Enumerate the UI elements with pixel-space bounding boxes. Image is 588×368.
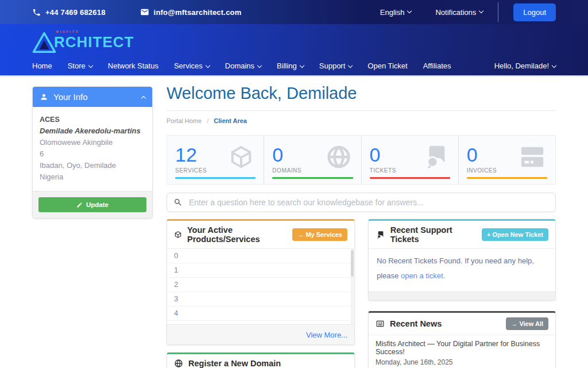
- client-name: Demilade Akeredolu-martins: [40, 125, 145, 137]
- phone-number: +44 7469 682618: [45, 8, 106, 17]
- tickets-panel-title: Recent Support Tickets: [390, 225, 482, 244]
- news-date: Monday, June 16th, 2025: [376, 358, 548, 366]
- stat-invoices[interactable]: 0 INVOICES: [458, 136, 555, 184]
- chevron-down-icon: [257, 63, 262, 67]
- view-more-link[interactable]: View More...: [306, 331, 347, 339]
- product-list-item[interactable]: 0: [167, 249, 354, 263]
- tickets-empty-message: No Recent Tickets Found. If you need any…: [369, 249, 555, 292]
- chevron-down-icon: [206, 63, 210, 67]
- nav-item-support[interactable]: Support: [319, 62, 353, 70]
- nav-item-open-ticket[interactable]: Open Ticket: [368, 62, 407, 70]
- product-list-item[interactable]: 1: [167, 263, 354, 278]
- client-address-line: Ibadan, Oyo, Demilade: [40, 160, 145, 171]
- divider: [498, 2, 498, 22]
- main-header: MISFITS RCHITECT Home Store Network Stat…: [0, 24, 588, 76]
- list-scrollbar[interactable]: [351, 249, 354, 324]
- globe-icon: [326, 144, 352, 170]
- breadcrumb-portal-home[interactable]: Portal Home: [167, 117, 202, 124]
- services-accent-bar: [175, 177, 256, 179]
- credit-card-icon: [519, 144, 546, 170]
- phone-contact[interactable]: +44 7469 682618: [32, 8, 106, 17]
- your-info-header[interactable]: Your Info: [33, 87, 152, 107]
- update-button[interactable]: Update: [38, 197, 146, 212]
- notifications-label: Notifications: [435, 8, 476, 17]
- news-panel-title: Recent News: [390, 319, 442, 328]
- client-address-line: Olomowewe Akingbile: [40, 137, 145, 148]
- news-panel: Recent News → View All Misfits Architect…: [368, 311, 556, 368]
- main-column: Welcome Back, Demilade Portal Home / Cli…: [167, 84, 556, 368]
- stat-tickets[interactable]: 0 TICKETS: [361, 136, 458, 184]
- product-list-item[interactable]: 3: [167, 292, 354, 306]
- products-list: 0 1 2 3 4 5: [167, 249, 354, 324]
- newspaper-icon: [376, 320, 385, 328]
- cube-icon: [174, 230, 182, 239]
- pencil-icon: [76, 202, 83, 208]
- chat-icon: [376, 231, 385, 239]
- email-contact[interactable]: info@mftsarchitect.com: [140, 7, 242, 17]
- product-list-item[interactable]: 5: [167, 321, 354, 324]
- nav-item-store[interactable]: Store: [68, 62, 92, 70]
- chevron-down-icon: [348, 63, 353, 67]
- your-info-title: Your Info: [53, 92, 88, 102]
- nav-item-billing[interactable]: Billing: [277, 62, 304, 70]
- main-nav: Home Store Network Status Services Domai…: [32, 56, 556, 75]
- stats-row: 12 SERVICES 0 DOMAINS 0 TICKETS: [167, 135, 556, 185]
- notifications-dropdown[interactable]: Notifications: [435, 8, 483, 17]
- breadcrumb-client-area[interactable]: Client Area: [214, 117, 247, 124]
- phone-icon: [32, 8, 41, 17]
- logout-button[interactable]: Logout: [513, 3, 556, 21]
- email-address: info@mftsarchitect.com: [154, 8, 242, 17]
- search-input[interactable]: [167, 193, 556, 212]
- news-item[interactable]: Misfits Architect — Your Digital Partner…: [369, 335, 555, 368]
- tickets-panel-footer: [369, 292, 555, 300]
- products-panel-footer: View More...: [167, 324, 354, 344]
- product-list-item[interactable]: 2: [167, 278, 354, 292]
- nav-item-home[interactable]: Home: [32, 62, 52, 70]
- chevron-down-icon: [407, 9, 412, 13]
- chevron-down-icon: [300, 63, 304, 67]
- nav-item-domains[interactable]: Domains: [225, 62, 261, 70]
- invoices-accent-bar: [467, 177, 547, 179]
- my-services-button[interactable]: → My Services: [292, 228, 347, 241]
- your-info-panel: Your Info ACES Demilade Akeredolu-martin…: [32, 86, 153, 218]
- stat-services[interactable]: 12 SERVICES: [167, 136, 264, 184]
- open-new-ticket-button[interactable]: + Open New Ticket: [482, 228, 548, 241]
- products-panel-title: Your Active Products/Services: [187, 225, 292, 244]
- topbar: +44 7469 682618 info@mftsarchitect.com E…: [0, 0, 588, 24]
- register-domain-title: Register a New Domain: [188, 359, 281, 368]
- language-label: English: [380, 8, 405, 17]
- nav-item-network-status[interactable]: Network Status: [108, 62, 158, 70]
- your-info-footer: Update: [33, 191, 152, 218]
- open-a-ticket-link[interactable]: open a ticket.: [401, 271, 445, 280]
- product-list-item[interactable]: 4: [167, 306, 354, 321]
- chevron-down-icon: [88, 63, 93, 67]
- view-all-button[interactable]: → View All: [506, 317, 548, 330]
- products-panel: Your Active Products/Services → My Servi…: [167, 219, 355, 345]
- nav-item-affiliates[interactable]: Affiliates: [423, 62, 451, 70]
- logo-prefix: MISFITS: [56, 30, 79, 33]
- chat-icon: [423, 144, 449, 170]
- search-icon: [173, 198, 183, 207]
- client-company: ACES: [40, 114, 145, 125]
- page-title: Welcome Back, Demilade: [167, 84, 556, 111]
- chevron-up-icon[interactable]: [141, 95, 146, 100]
- kb-search: [167, 193, 556, 212]
- envelope-icon: [140, 7, 149, 17]
- logo-triangle-icon: [32, 32, 56, 53]
- your-info-body: ACES Demilade Akeredolu-martins Olomowew…: [33, 107, 152, 191]
- client-address-line: 6: [40, 148, 145, 160]
- scrollbar-thumb[interactable]: [351, 250, 354, 277]
- logo-wordmark: RCHITECT: [54, 33, 134, 51]
- user-greeting-dropdown[interactable]: Hello, Demilade!: [494, 62, 556, 70]
- news-headline[interactable]: Misfits Architect — Your Digital Partner…: [376, 340, 548, 356]
- brand-logo[interactable]: MISFITS RCHITECT: [32, 29, 556, 56]
- nav-item-services[interactable]: Services: [174, 62, 210, 70]
- tickets-accent-bar: [370, 177, 450, 179]
- language-dropdown[interactable]: English: [380, 8, 412, 17]
- chevron-down-icon: [552, 63, 556, 67]
- client-address-line: Nigeria: [40, 171, 145, 183]
- domains-accent-bar: [272, 177, 353, 179]
- globe-icon: [174, 359, 183, 368]
- stat-domains[interactable]: 0 DOMAINS: [264, 136, 361, 184]
- person-icon: [40, 93, 48, 101]
